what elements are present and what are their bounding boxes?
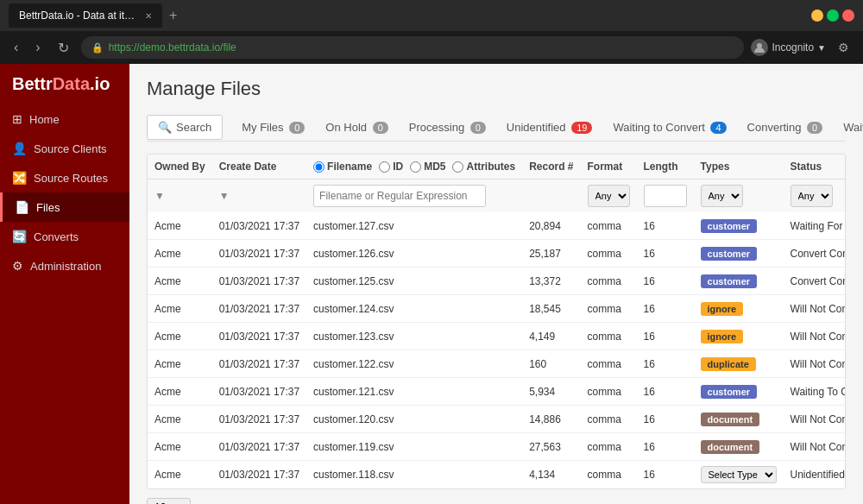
radio-attributes[interactable]: Attributes	[452, 161, 515, 173]
cell-length: 16	[637, 295, 694, 323]
table-body: Acme 01/03/2021 17:37 customer.127.csv 2…	[148, 212, 846, 488]
length-filter-input[interactable]	[644, 185, 687, 207]
tab-waiting-convert[interactable]: Waiting to Convert 4	[602, 114, 736, 141]
cell-owned-by: Acme	[148, 323, 212, 350]
maximize-button[interactable]	[827, 9, 839, 22]
tabs-container: 🔍 Search My Files 0 On Hold 0 Processing…	[147, 114, 846, 142]
filter-filename[interactable]	[306, 180, 522, 213]
new-tab-button[interactable]: +	[169, 8, 177, 23]
next-button[interactable]: Next »	[813, 501, 846, 505]
radio-md5[interactable]: MD5	[410, 161, 445, 173]
forward-button[interactable]: ›	[30, 38, 45, 57]
tab-processing[interactable]: Processing 0	[399, 114, 496, 141]
filename-search-input[interactable]	[313, 185, 486, 207]
tab-my-files[interactable]: My Files 0	[231, 114, 315, 141]
cell-length: 16	[637, 433, 694, 461]
cell-create-date: 01/03/2021 17:37	[212, 212, 306, 240]
filter-create-date: ▼	[212, 180, 306, 213]
cell-types: document	[694, 433, 784, 461]
status-filter-select[interactable]: Any	[791, 185, 833, 207]
tab-unidentified-label: Unidentified	[507, 121, 566, 134]
tab-waiting-convert-badge: 4	[710, 122, 726, 134]
search-button[interactable]: 🔍 Search	[147, 115, 223, 140]
radio-filename[interactable]: Filename	[313, 161, 372, 173]
types-filter-select[interactable]: Any	[701, 185, 743, 207]
incognito-label: Incognito	[772, 41, 814, 54]
extensions-button[interactable]: ⚙	[833, 39, 854, 56]
tab-processing-badge: 0	[470, 122, 486, 134]
cell-types: duplicate	[694, 350, 784, 378]
cell-record: 4,134	[522, 461, 580, 489]
tab-on-hold[interactable]: On Hold 0	[315, 114, 398, 141]
cell-create-date: 01/03/2021 17:37	[212, 406, 306, 433]
sidebar-item-converts[interactable]: 🔄 Converts	[0, 222, 129, 251]
cell-status: Waiting To Convert	[784, 378, 846, 406]
active-tab[interactable]: BettrData.io - Data at its Best ✕	[9, 3, 162, 28]
sidebar-item-files[interactable]: 📄 Files	[0, 192, 129, 222]
table-row: Acme 01/03/2021 17:37 customer.124.csv 1…	[148, 295, 846, 323]
tab-unidentified[interactable]: Unidentified 19	[496, 114, 603, 141]
cell-record: 18,545	[522, 295, 580, 323]
close-button[interactable]	[842, 9, 854, 22]
radio-id[interactable]: ID	[379, 161, 403, 173]
minimize-button[interactable]	[811, 9, 823, 22]
table-row: Acme 01/03/2021 17:37 customer.121.csv 5…	[148, 378, 846, 406]
tab-converting-label: Converting	[747, 121, 802, 134]
filter-length[interactable]	[637, 180, 694, 213]
converts-icon: 🔄	[12, 230, 27, 243]
url-text[interactable]: https://demo.bettrdata.io/file	[109, 41, 236, 54]
pagination: 10 25 50 100 Next »	[147, 498, 846, 504]
cell-filename: customer.119.csv	[306, 433, 522, 461]
refresh-button[interactable]: ↻	[53, 38, 74, 58]
type-badge: document	[701, 413, 760, 426]
tab-close-icon[interactable]: ✕	[145, 11, 152, 21]
back-button[interactable]: ‹	[9, 38, 23, 57]
filter-status[interactable]: Any	[784, 180, 846, 213]
cell-filename: customer.126.csv	[306, 240, 522, 268]
tab-on-hold-badge: 0	[373, 122, 388, 134]
type-badge: ignore	[701, 330, 744, 343]
filter-types[interactable]: Any	[694, 180, 784, 213]
cell-format: comma	[581, 240, 637, 268]
tab-converting[interactable]: Converting 0	[737, 114, 834, 141]
sidebar-item-home[interactable]: ⊞ Home	[0, 104, 129, 134]
cell-record: 20,894	[522, 212, 580, 240]
sidebar-label-administration: Administration	[30, 260, 101, 273]
page-title: Manage Files	[147, 78, 846, 100]
cell-filename: customer.122.csv	[306, 350, 522, 378]
cell-create-date: 01/03/2021 17:37	[212, 350, 306, 378]
col-length: Length	[637, 154, 694, 180]
cell-types: customer	[694, 378, 784, 406]
cell-length: 16	[637, 378, 694, 406]
format-filter-select[interactable]: Any	[588, 185, 630, 207]
filter-owned-by: ▼	[148, 180, 212, 213]
type-select[interactable]: Select Type	[701, 466, 777, 483]
cell-length: 16	[637, 406, 694, 433]
next-label: Next »	[813, 501, 846, 505]
cell-format: comma	[581, 461, 637, 489]
cell-length: 16	[637, 323, 694, 350]
type-badge: customer	[701, 219, 758, 233]
cell-owned-by: Acme	[148, 268, 212, 295]
cell-format: comma	[581, 295, 637, 323]
sidebar-label-source-routes: Source Routes	[34, 172, 108, 185]
sidebar-item-source-routes[interactable]: 🔀 Source Routes	[0, 163, 129, 192]
col-filename: Filename ID MD5 Attributes	[306, 154, 522, 180]
app-logo: BettrData.io	[0, 64, 129, 104]
cell-filename: customer.118.csv	[306, 461, 522, 489]
search-icon: 🔍	[158, 121, 172, 134]
home-icon: ⊞	[12, 112, 22, 126]
administration-icon: ⚙	[12, 259, 23, 273]
sidebar-item-source-clients[interactable]: 👤 Source Clients	[0, 134, 129, 163]
cell-owned-by: Acme	[148, 240, 212, 268]
col-owned-by: Owned By	[148, 154, 212, 180]
filter-format[interactable]: Any	[581, 180, 637, 213]
table-row: Acme 01/03/2021 17:37 customer.125.csv 1…	[148, 268, 846, 295]
sidebar-item-administration[interactable]: ⚙ Administration	[0, 251, 129, 280]
cell-create-date: 01/03/2021 17:37	[212, 461, 306, 489]
per-page-select[interactable]: 10 25 50 100	[147, 498, 191, 504]
incognito-chevron: ▼	[817, 43, 826, 53]
secure-icon: 🔒	[91, 42, 104, 54]
tab-waiting-review[interactable]: Waiting for Review 1	[833, 114, 863, 141]
files-table-wrapper: Owned By Create Date Filename ID MD5 Att…	[147, 154, 846, 489]
